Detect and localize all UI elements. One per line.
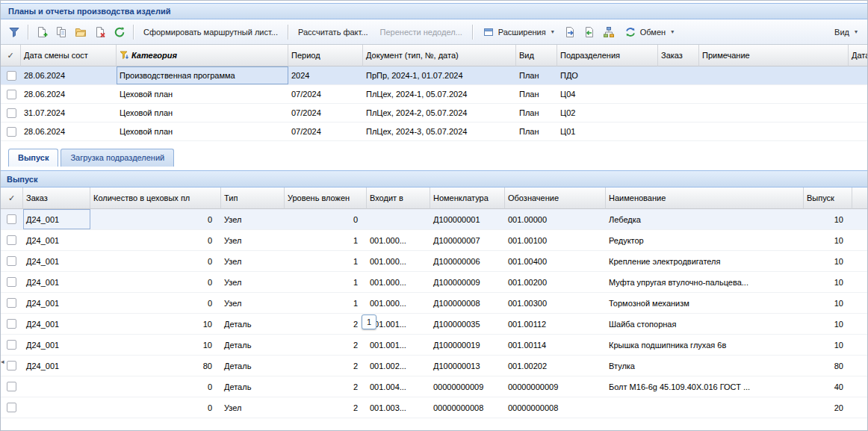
column-header[interactable]: Номенклатура bbox=[430, 187, 505, 209]
cell[interactable]: 10 bbox=[804, 335, 852, 356]
cell[interactable]: Крепление электродвигателя bbox=[606, 251, 804, 272]
row-checkbox[interactable] bbox=[7, 277, 16, 287]
cell[interactable]: Д100000001 bbox=[430, 209, 505, 230]
cell[interactable]: Тормозной механизм bbox=[606, 293, 804, 314]
cell[interactable]: 001.003... bbox=[367, 397, 430, 418]
open-folder-button[interactable] bbox=[72, 23, 90, 41]
cell[interactable]: 10 bbox=[804, 293, 852, 314]
cell[interactable]: 07/2024 bbox=[288, 104, 363, 123]
cell[interactable]: Д24_001 bbox=[23, 314, 90, 335]
cell[interactable]: Шайба стопорная bbox=[606, 314, 804, 335]
cell[interactable]: 001.000... bbox=[367, 272, 430, 293]
cell[interactable] bbox=[699, 123, 849, 141]
row-checkbox[interactable] bbox=[7, 361, 16, 370]
cell[interactable] bbox=[658, 123, 699, 141]
cell[interactable]: Д100000006 bbox=[430, 251, 505, 272]
cell[interactable]: Деталь bbox=[221, 335, 285, 356]
cell[interactable]: 0 bbox=[90, 209, 221, 230]
cell[interactable]: Крышка подшипника глухая 6в bbox=[606, 335, 804, 356]
cell[interactable]: 80 bbox=[90, 356, 221, 376]
cell[interactable]: Д24_001 bbox=[23, 293, 90, 314]
cell[interactable]: 0 bbox=[90, 230, 221, 251]
cell[interactable]: 0 bbox=[90, 272, 221, 293]
cell[interactable]: 001.00114 bbox=[505, 335, 606, 356]
cell[interactable] bbox=[367, 209, 430, 230]
refresh-button[interactable] bbox=[111, 23, 128, 41]
calc-fact-button[interactable]: Рассчитать факт... bbox=[293, 23, 373, 41]
column-header[interactable]: Заказ bbox=[658, 45, 699, 66]
column-header[interactable]: Выпуск bbox=[804, 187, 852, 209]
cell[interactable]: Д100000008 bbox=[430, 293, 505, 314]
cell[interactable]: Д24_001 bbox=[23, 209, 90, 230]
make-route-list-button[interactable]: Сформировать маршрутный лист... bbox=[138, 23, 283, 41]
cell[interactable]: 00000000008 bbox=[430, 397, 505, 418]
row-checkbox[interactable] bbox=[7, 127, 16, 137]
view-button[interactable]: Вид ▾ bbox=[829, 23, 863, 41]
cell[interactable]: 07/2024 bbox=[288, 123, 363, 141]
cell[interactable] bbox=[699, 104, 849, 123]
cell[interactable]: 001.00112 bbox=[505, 314, 606, 335]
column-header[interactable]: Наименование bbox=[606, 187, 804, 209]
cell[interactable]: Д24_001 bbox=[23, 335, 90, 356]
import-button[interactable] bbox=[580, 23, 598, 41]
cell[interactable]: Д100000013 bbox=[430, 356, 505, 376]
cell[interactable]: 28.06.2024 bbox=[21, 66, 117, 85]
cell[interactable]: 28.06.2024 bbox=[21, 123, 117, 141]
cell[interactable]: Цеховой план bbox=[117, 104, 288, 123]
cell[interactable]: 0 bbox=[285, 209, 367, 230]
cell[interactable]: План bbox=[516, 123, 557, 141]
cell[interactable]: Цеховой план bbox=[117, 85, 288, 104]
cell[interactable]: Узел bbox=[221, 209, 285, 230]
cell[interactable]: 001.004... bbox=[367, 376, 430, 397]
cell[interactable]: 10 bbox=[804, 251, 852, 272]
column-header[interactable]: Дата смены сост bbox=[21, 45, 117, 66]
cell[interactable]: 2 bbox=[285, 376, 367, 397]
table-row[interactable]: 0Деталь2001.004...0000000000900000000009… bbox=[1, 376, 868, 397]
cell[interactable]: ПДО bbox=[557, 66, 658, 85]
cell[interactable] bbox=[23, 376, 90, 397]
row-checkbox[interactable] bbox=[7, 256, 16, 266]
cell[interactable]: Д100000019 bbox=[430, 335, 505, 356]
row-checkbox[interactable] bbox=[7, 71, 16, 81]
cell[interactable] bbox=[606, 397, 804, 418]
table-row[interactable]: Д24_0010Узел1001.000...Д100000009001.002… bbox=[1, 272, 868, 293]
row-checkbox[interactable] bbox=[7, 403, 16, 412]
cell[interactable]: Д100000035 bbox=[430, 314, 505, 335]
cell[interactable]: 10 bbox=[804, 314, 852, 335]
column-header[interactable]: Период bbox=[288, 45, 363, 66]
cell[interactable]: ПрПр, 2024-1, 01.07.2024 bbox=[363, 66, 516, 85]
table-row[interactable]: Д24_00180Деталь2001.002...Д100000013001.… bbox=[1, 356, 868, 376]
cell[interactable]: 001.000... bbox=[367, 251, 430, 272]
column-header[interactable]: Обозначение bbox=[505, 187, 606, 209]
cell[interactable]: ПлЦех, 2024-3, 05.07.2024 bbox=[363, 123, 516, 141]
cell[interactable]: Д24_001 bbox=[23, 272, 90, 293]
cell[interactable]: Узел bbox=[221, 230, 285, 251]
cell[interactable]: 31.07.2024 bbox=[21, 104, 117, 123]
new-document-button[interactable] bbox=[33, 23, 51, 41]
cell[interactable]: 80 bbox=[804, 356, 852, 376]
cell[interactable]: 001.00400 bbox=[505, 251, 606, 272]
cell[interactable]: 2 bbox=[285, 314, 367, 335]
extensions-button[interactable]: Расширения ▾ bbox=[477, 23, 559, 41]
cell[interactable]: Деталь bbox=[221, 314, 285, 335]
column-header[interactable]: Заказ bbox=[23, 187, 90, 209]
cell[interactable]: Лебедка bbox=[606, 209, 804, 230]
cell[interactable] bbox=[849, 104, 868, 123]
cell[interactable]: 2 bbox=[285, 335, 367, 356]
row-checkbox[interactable] bbox=[7, 108, 16, 118]
cell[interactable]: Д24_001 bbox=[23, 230, 90, 251]
cell[interactable]: 001.00000 bbox=[505, 209, 606, 230]
row-checkbox[interactable] bbox=[7, 319, 16, 329]
tab-vypusk[interactable]: Выпуск bbox=[8, 149, 58, 167]
cell[interactable] bbox=[658, 104, 699, 123]
cell[interactable]: 1 bbox=[285, 251, 367, 272]
cell[interactable]: Редуктор bbox=[606, 230, 804, 251]
cell[interactable]: 10 bbox=[90, 314, 221, 335]
select-all-header[interactable]: ✓ bbox=[1, 187, 23, 209]
select-all-header[interactable]: ✓ bbox=[1, 45, 21, 66]
column-header[interactable]: Количество в цеховых пл bbox=[90, 187, 221, 209]
cell[interactable]: 00000000008 bbox=[505, 397, 606, 418]
cell[interactable]: 10 bbox=[804, 209, 852, 230]
cell[interactable]: 0 bbox=[90, 251, 221, 272]
cell[interactable] bbox=[849, 85, 868, 104]
